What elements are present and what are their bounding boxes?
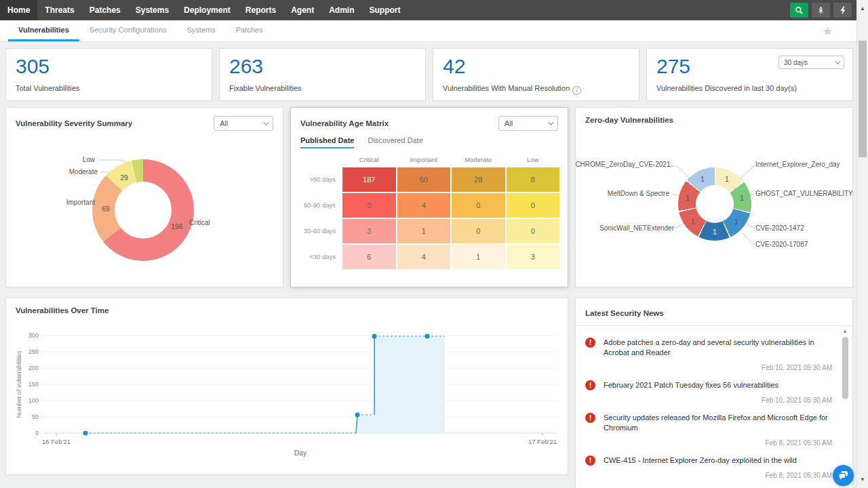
nav-item-patches[interactable]: Patches (82, 0, 128, 20)
xtick-16feb: 16 Feb'21 (42, 438, 71, 445)
zd-label-ghost-cat[interactable]: GHOST_CAT_VULNERABILITY (755, 190, 853, 197)
nav-item-reports[interactable]: Reports (238, 0, 283, 20)
card-fixable-vulnerabilities: 263 Fixable Vulnerabilities (219, 48, 426, 101)
ytick-200: 200 (28, 365, 39, 371)
fixable-vulnerabilities-count[interactable]: 263 (229, 54, 416, 79)
zd-label-internet-explorer[interactable]: Internet_Explorer_Zero_day (755, 161, 840, 168)
zd-label-cve-2020-17087[interactable]: CVE-2020-17087 (755, 241, 808, 248)
nav-item-home[interactable]: Home (0, 0, 37, 20)
news-scrollbar-thumb[interactable] (842, 337, 848, 399)
launch-agent-button[interactable] (812, 3, 830, 18)
news-date: Feb 10, 2021 05:30 AM (585, 396, 832, 404)
nav-item-threats[interactable]: Threats (37, 0, 81, 20)
total-vulnerabilities-count[interactable]: 305 (16, 54, 202, 79)
zd-value: 1 (685, 218, 701, 226)
news-link[interactable]: Security updates released for Mozilla Fi… (604, 413, 832, 433)
age-matrix-heatmap: Critical Important Moderate Low >90 days… (299, 154, 559, 269)
col-header-important: Important (397, 154, 451, 166)
info-icon[interactable]: i (572, 86, 581, 95)
vulnerabilities-over-time-panel: Vulnerabilities Over Time 300 250 200 15… (5, 298, 568, 475)
news-list: !Adobe patches a zero-day and several se… (576, 326, 852, 488)
heatmap-cell[interactable]: 6 (342, 245, 396, 269)
news-item: !Adobe patches a zero-day and several se… (585, 329, 832, 371)
col-header-moderate: Moderate (452, 154, 505, 166)
age-matrix-filter-value: All (505, 119, 513, 127)
news-link[interactable]: February 2021 Patch Tuesday fixes 56 vul… (604, 380, 778, 390)
summary-cards-row: 305 Total Vulnerabilities 263 Fixable Vu… (5, 48, 853, 101)
tab-systems[interactable]: Systems (177, 20, 226, 41)
zd-value: 1 (728, 218, 745, 226)
col-header-critical: Critical (342, 154, 396, 166)
heatmap-cell[interactable]: 187 (342, 167, 396, 192)
heatmap-cell[interactable]: 0 (452, 193, 505, 218)
zero-day-panel: Zero-day Vulnerabilities CHROME_ZeroDay_… (575, 107, 853, 287)
nav-item-systems[interactable]: Systems (128, 0, 176, 20)
severity-filter-dropdown[interactable]: All (214, 116, 273, 131)
over-time-title: Vulnerabilities Over Time (16, 306, 108, 314)
heatmap-cell[interactable]: 0 (342, 193, 396, 218)
nav-item-admin[interactable]: Admin (321, 0, 361, 20)
zd-label-cve-2020-1472[interactable]: CVE-2020-1472 (755, 224, 804, 232)
heatmap-cell[interactable]: 0 (507, 219, 560, 243)
severity-donut-chart: Low Moderate Important Critical 196 69 2… (6, 134, 283, 287)
news-date: Feb 8, 2021 05:30 AM (585, 439, 832, 447)
scroll-up-arrow[interactable]: ▲ (840, 328, 850, 334)
news-link[interactable]: Adobe patches a zero-day and several sec… (604, 338, 832, 358)
age-matrix-title: Vulnerability Age Matrix (300, 119, 389, 127)
heatmap-cell[interactable]: 3 (507, 245, 560, 269)
heatmap-cell[interactable]: 0 (507, 193, 560, 218)
quick-actions-button[interactable] (833, 3, 852, 18)
heatmap-cell[interactable]: 1 (397, 219, 451, 243)
rocket-icon (816, 6, 825, 15)
card-manual-resolution: 42 Vulnerabilities With Manual Resolutio… (433, 48, 639, 101)
x-axis-label: Day (294, 449, 307, 457)
tab-vulnerabilities[interactable]: Vulnerabilities (8, 20, 79, 41)
heatmap-cell[interactable]: 4 (397, 193, 451, 218)
news-link[interactable]: CWE-415 - Internet Explorer Zero-day exp… (604, 455, 797, 466)
favorite-star-icon[interactable]: ★ (823, 24, 833, 39)
ytick-0: 0 (35, 430, 39, 436)
scroll-down-arrow[interactable]: ▼ (857, 476, 868, 483)
nav-action-buttons (790, 3, 852, 18)
heatmap-cell[interactable]: 4 (397, 245, 451, 269)
over-time-line-chart: 300 250 200 150 100 50 0 16 Feb'21 17 Fe… (6, 298, 568, 474)
heatmap-cell[interactable]: 3 (342, 219, 396, 243)
severity-label-critical[interactable]: Critical (189, 219, 210, 226)
tab-patches[interactable]: Patches (226, 20, 273, 41)
heatmap-cell[interactable]: 8 (507, 167, 560, 192)
manual-resolution-count[interactable]: 42 (443, 54, 629, 79)
severity-filter-value: All (220, 119, 228, 127)
age-matrix-filter-dropdown[interactable]: All (498, 116, 558, 131)
tab-published-date[interactable]: Published Date (300, 136, 354, 148)
page-scrollbar-thumb[interactable] (859, 41, 867, 157)
heatmap-cell[interactable]: 60 (397, 167, 451, 192)
chat-support-button[interactable] (833, 465, 854, 486)
zd-label-chrome[interactable]: CHROME_ZeroDay_CVE-2021.. (575, 161, 674, 168)
series-line-rise1 (356, 415, 357, 433)
news-title: Latest Security News (585, 309, 664, 317)
news-item: !CWE-415 - Internet Explorer Zero-day ex… (585, 447, 832, 479)
zd-label-sonicwall[interactable]: SonicWall_NETExtender (599, 224, 674, 232)
zd-label-meltdown-spectre[interactable]: MeltDown & Spectre (608, 190, 669, 197)
severity-value-moderate: 29 (116, 174, 132, 182)
zd-value: 1 (694, 175, 711, 183)
severity-label-low[interactable]: Low (83, 156, 95, 163)
severity-label-important[interactable]: Important (66, 199, 95, 206)
heatmap-cell[interactable]: 0 (452, 219, 505, 243)
tab-security-configurations[interactable]: Security Configurations (79, 20, 177, 41)
row-label-gt90: >90 days (299, 167, 341, 192)
severity-label-moderate[interactable]: Moderate (69, 168, 98, 176)
tab-discovered-date[interactable]: Discovered Date (368, 136, 422, 148)
zd-value: 1 (719, 175, 735, 183)
scroll-up-arrow[interactable]: ▲ (857, 5, 868, 12)
nav-item-agent[interactable]: Agent (283, 0, 321, 20)
heatmap-cell[interactable]: 1 (452, 245, 505, 269)
nav-item-deployment[interactable]: Deployment (176, 0, 238, 20)
ytick-150: 150 (28, 381, 39, 388)
days-range-dropdown[interactable]: 30 days (778, 56, 844, 69)
nav-item-support[interactable]: Support (361, 0, 408, 20)
search-icon (795, 6, 804, 15)
heatmap-cell[interactable]: 28 (452, 167, 505, 192)
search-button[interactable] (790, 3, 808, 18)
ytick-250: 250 (28, 348, 39, 355)
